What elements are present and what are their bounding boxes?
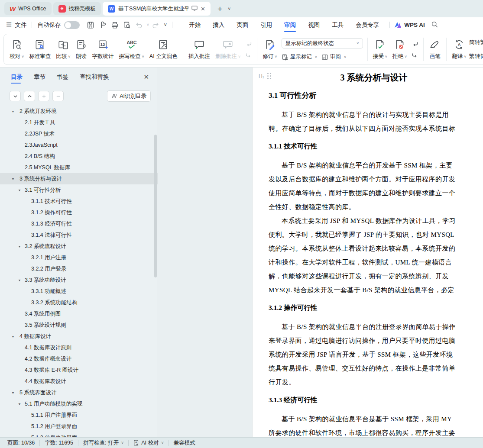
- ai-proofread-status[interactable]: A AI 校对 ˅: [133, 439, 164, 447]
- page-indicator[interactable]: 页面: 10/36: [7, 439, 35, 447]
- previous-change-icon[interactable]: [410, 39, 420, 48]
- wps-ai-button[interactable]: WPS AI: [394, 22, 425, 28]
- sidebar-tab-chapters[interactable]: 章节: [34, 68, 45, 86]
- drag-handle-icon[interactable]: [267, 73, 269, 74]
- outline-item[interactable]: 3.5 系统设计规则: [0, 319, 158, 331]
- markup-state-select[interactable]: 显示标记的最终状态 ˅: [282, 38, 363, 48]
- outline-item[interactable]: 3.1.1 技术可行性: [0, 196, 158, 207]
- spellcheck-status[interactable]: 拼写检查: 打开 ˅: [83, 439, 123, 447]
- sidebar-scrollbar[interactable]: [154, 135, 157, 277]
- collapse-arrow-icon[interactable]: ▼: [18, 278, 21, 282]
- outline-item[interactable]: 3.1.3 经济可行性: [0, 218, 158, 229]
- heading-anchor[interactable]: H₁: [259, 73, 269, 79]
- outline-item[interactable]: 2.3JavaScript: [0, 139, 158, 151]
- next-heading-button[interactable]: [10, 91, 21, 101]
- outline-item[interactable]: ▼5.1 用户功能模块的实现: [0, 398, 158, 409]
- outline-item[interactable]: ▼5 系统界面设计: [0, 387, 158, 398]
- outline-item[interactable]: 3.3.1 功能概述: [0, 286, 158, 297]
- next-change-icon[interactable]: [410, 50, 420, 60]
- menu-tab-member[interactable]: 会员专享: [350, 18, 385, 32]
- menu-tab-tools[interactable]: 工具: [326, 18, 350, 32]
- outline-item[interactable]: 4.2 数据库概念设计: [0, 353, 158, 364]
- document-page[interactable]: H₁ 3 系统分析与设计 3.1 可行性分析基于 B/S 架构的就业信息平台的设…: [253, 68, 483, 438]
- track-changes-button[interactable]: 修订˅: [260, 37, 279, 62]
- previous-heading-button[interactable]: [24, 91, 35, 101]
- outline-item[interactable]: 2.2JSP 技术: [0, 128, 158, 139]
- ink-button[interactable]: 画笔: [426, 37, 444, 62]
- expand-button[interactable]: [38, 91, 49, 101]
- compatibility-mode-indicator[interactable]: 兼容模式: [174, 439, 195, 447]
- print-preview-button[interactable]: [121, 19, 133, 31]
- reject-change-button[interactable]: 拒绝˅: [390, 37, 409, 62]
- outline-item[interactable]: ▼3.1 可行性分析: [0, 184, 158, 196]
- word-count-button[interactable]: 12 字数统计: [90, 37, 117, 62]
- outline-item[interactable]: 4.3 数据库 E-R 图设计: [0, 364, 158, 376]
- new-tab-button[interactable]: ＋: [216, 3, 224, 14]
- proofread-button[interactable]: 校对˅: [7, 37, 26, 62]
- show-markup-button[interactable]: 显示标记 ˅: [282, 53, 317, 61]
- tab-docer-templates[interactable]: ❖ 找稻壳模板: [53, 2, 101, 15]
- outline-item[interactable]: 3.3.2 系统功能结构: [0, 297, 158, 308]
- accept-change-button[interactable]: 接受˅: [370, 37, 390, 62]
- save-button[interactable]: [85, 19, 96, 31]
- word-count-indicator[interactable]: 字数: 11695: [45, 439, 73, 447]
- collapse-arrow-icon[interactable]: ▼: [18, 188, 21, 192]
- undo-button[interactable]: [133, 19, 145, 31]
- outline-item[interactable]: ▼4 数据库设计: [0, 331, 158, 342]
- search-icon[interactable]: [431, 21, 438, 29]
- previous-comment-icon[interactable]: [244, 39, 253, 48]
- file-menu[interactable]: 文件: [15, 21, 26, 29]
- tab-document[interactable]: W 基于SSM的高校大学生就业平 ✕: [103, 2, 211, 16]
- tab-list-caret-icon[interactable]: ˅: [228, 6, 230, 11]
- autosave-toggle[interactable]: [64, 21, 80, 29]
- delete-comment-button[interactable]: 删除批注˅: [213, 37, 243, 62]
- undo-caret-icon[interactable]: ˅: [146, 23, 149, 27]
- hamburger-menu-icon[interactable]: ☰: [6, 21, 12, 29]
- menu-tab-page[interactable]: 页面: [230, 18, 254, 32]
- review-pane-button[interactable]: 审阅 ˅: [321, 53, 346, 61]
- next-comment-icon[interactable]: [244, 50, 253, 60]
- outline-item[interactable]: 3.2.1 用户注册: [0, 252, 158, 263]
- outline-item[interactable]: 3.1.4 法律可行性: [0, 229, 158, 241]
- ai-recognize-toc-button[interactable]: AI识别目录: [107, 90, 151, 102]
- menu-tab-reference[interactable]: 引用: [254, 18, 278, 32]
- outline-item[interactable]: ▼3 系统分析与设计: [0, 173, 158, 184]
- export-pdf-button[interactable]: [97, 19, 108, 31]
- outline-item[interactable]: 2.5 MYSQL 数据库: [0, 162, 158, 173]
- spell-check-button[interactable]: ABC 拼写检查˅: [117, 37, 147, 62]
- collapse-arrow-icon[interactable]: ▼: [11, 110, 15, 113]
- monitor-icon[interactable]: [191, 6, 198, 12]
- outline-item[interactable]: ▼2 系统开发环境: [0, 106, 158, 117]
- outline-item[interactable]: 4.4 数据库表设计: [0, 376, 158, 387]
- standard-review-button[interactable]: 标准审查: [26, 37, 53, 62]
- collapse-arrow-icon[interactable]: ▼: [11, 177, 15, 180]
- ai-polish-button[interactable]: AI 全文润色: [147, 37, 180, 62]
- sidebar-tab-find-replace[interactable]: 查找和替换: [80, 68, 109, 86]
- collapse-arrow-icon[interactable]: ▼: [18, 402, 21, 406]
- outline-item[interactable]: 5.1.2 用户登录界面: [0, 421, 158, 432]
- redo-button[interactable]: [150, 19, 161, 31]
- menu-tab-insert[interactable]: 插入: [207, 18, 230, 32]
- outline-item[interactable]: 2.1 开发工具: [0, 117, 158, 128]
- customize-toolbar-caret-icon[interactable]: ˅: [164, 22, 167, 28]
- translate-button[interactable]: A 翻译˅: [449, 37, 469, 62]
- to-simplified-button[interactable]: 繁转简: [469, 52, 483, 60]
- outline-item[interactable]: 2.4 B/S 结构: [0, 151, 158, 162]
- outline-item[interactable]: 3.1.2 操作可行性: [0, 207, 158, 218]
- print-button[interactable]: [109, 19, 120, 31]
- outline-item[interactable]: 5.1.1 用户注册界面: [0, 409, 158, 421]
- tab-wps-office[interactable]: W WPS Office: [4, 2, 52, 15]
- menu-tab-view[interactable]: 视图: [302, 18, 326, 32]
- sidebar-tab-bookmarks[interactable]: 书签: [57, 68, 68, 86]
- insert-comment-button[interactable]: 插入批注: [186, 37, 213, 62]
- menu-tab-review[interactable]: 审阅: [278, 18, 302, 32]
- collapse-arrow-icon[interactable]: ▼: [11, 391, 15, 394]
- collapse-arrow-icon[interactable]: ▼: [18, 245, 21, 248]
- outline-item[interactable]: 3.2.2 用户登录: [0, 263, 158, 274]
- to-traditional-button[interactable]: 简转繁: [469, 39, 483, 46]
- close-tab-icon[interactable]: ✕: [201, 6, 205, 12]
- read-aloud-button[interactable]: 朗读: [73, 37, 90, 62]
- outline-item[interactable]: ▼3.2 系统流程设计: [0, 241, 158, 252]
- collapse-arrow-icon[interactable]: ▼: [11, 335, 15, 338]
- outline-item[interactable]: 4.1 数据库设计原则: [0, 342, 158, 353]
